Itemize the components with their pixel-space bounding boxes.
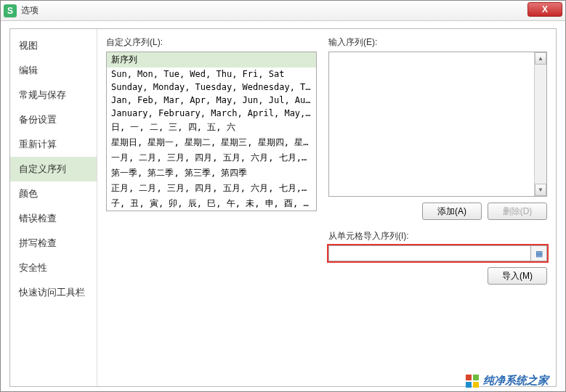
sidebar-item-edit[interactable]: 编辑 <box>10 58 97 83</box>
sidebar-item-backup[interactable]: 备份设置 <box>10 107 97 132</box>
sidebar-item-spell-check[interactable]: 拼写检查 <box>10 231 97 256</box>
app-icon: S <box>4 4 17 17</box>
watermark-logo-icon <box>466 375 479 388</box>
list-item[interactable]: Sun, Mon, Tue, Wed, Thu, Fri, Sat <box>107 68 316 81</box>
sidebar-item-recalc[interactable]: 重新计算 <box>10 132 97 157</box>
entry-column: 输入序列(E): ▲ ▼ 添加(A) 删除(D) 从单元格导入序列(I): <box>328 36 547 379</box>
list-item[interactable]: 第一季, 第二季, 第三季, 第四季 <box>107 166 316 181</box>
settings-main: 自定义序列(L): 新序列 Sun, Mon, Tue, Wed, Thu, F… <box>97 29 556 386</box>
sidebar-item-view[interactable]: 视图 <box>10 33 97 58</box>
delete-button[interactable]: 删除(D) <box>488 203 547 220</box>
list-item[interactable]: Jan, Feb, Mar, Apr, May, Jun, Jul, Aug, … <box>107 94 316 107</box>
add-button[interactable]: 添加(A) <box>422 203 482 220</box>
custom-list-box[interactable]: 新序列 Sun, Mon, Tue, Wed, Thu, Fri, Sat Su… <box>106 52 317 211</box>
entry-textarea-wrap: ▲ ▼ <box>328 52 547 197</box>
range-picker-icon[interactable]: ▦ <box>531 245 547 261</box>
scrollbar[interactable]: ▲ ▼ <box>534 52 546 196</box>
import-row: ▦ <box>328 245 547 261</box>
list-item[interactable]: January, February, March, April, May, Ju… <box>107 107 316 120</box>
sidebar-item-general-save[interactable]: 常规与保存 <box>10 83 97 107</box>
main-panel: 视图 编辑 常规与保存 备份设置 重新计算 自定义序列 颜色 错误检查 拼写检查… <box>9 28 557 387</box>
list-item[interactable]: 正月, 二月, 三月, 四月, 五月, 六月, 七月, 八… <box>107 181 316 196</box>
scroll-up-icon[interactable]: ▲ <box>535 52 546 65</box>
scroll-down-icon[interactable]: ▼ <box>535 184 546 196</box>
entry-list-label: 输入序列(E): <box>328 36 547 49</box>
list-item[interactable]: 子, 丑, 寅, 卯, 辰, 巳, 午, 未, 申, 酉, 戌, 亥 <box>107 196 316 211</box>
titlebar: S 选项 X <box>1 1 565 21</box>
sidebar-item-custom-lists[interactable]: 自定义序列 <box>10 157 97 181</box>
content-area: 视图 编辑 常规与保存 备份设置 重新计算 自定义序列 颜色 错误检查 拼写检查… <box>1 21 565 391</box>
list-item[interactable]: 新序列 <box>107 52 316 68</box>
custom-list-label: 自定义序列(L): <box>106 36 317 49</box>
import-button[interactable]: 导入(M) <box>488 267 547 285</box>
import-button-row: 导入(M) <box>328 267 547 285</box>
watermark: 纯净系统之家 <box>466 374 549 388</box>
list-item[interactable]: 星期日, 星期一, 星期二, 星期三, 星期四, 星期… <box>107 135 316 150</box>
list-item[interactable]: Sunday, Monday, Tuesday, Wednesday, Thur… <box>107 81 316 94</box>
options-dialog: S 选项 X 视图 编辑 常规与保存 备份设置 重新计算 自定义序列 颜色 错误… <box>0 0 566 392</box>
custom-list-column: 自定义序列(L): 新序列 Sun, Mon, Tue, Wed, Thu, F… <box>106 36 317 379</box>
window-title: 选项 <box>21 4 39 17</box>
list-item[interactable]: 日, 一, 二, 三, 四, 五, 六 <box>107 120 316 135</box>
watermark-text: 纯净系统之家 <box>483 374 549 388</box>
sidebar-item-quick-access[interactable]: 快速访问工具栏 <box>10 280 97 305</box>
entry-textarea[interactable] <box>329 52 533 196</box>
list-item[interactable]: 一月, 二月, 三月, 四月, 五月, 六月, 七月, 八… <box>107 150 316 166</box>
sidebar-item-security[interactable]: 安全性 <box>10 256 97 280</box>
sidebar-item-color[interactable]: 颜色 <box>10 181 97 206</box>
add-delete-row: 添加(A) 删除(D) <box>328 203 547 220</box>
import-range-input[interactable] <box>328 245 531 261</box>
category-sidebar: 视图 编辑 常规与保存 备份设置 重新计算 自定义序列 颜色 错误检查 拼写检查… <box>10 29 97 386</box>
sidebar-item-error-check[interactable]: 错误检查 <box>10 206 97 231</box>
close-button[interactable]: X <box>527 2 562 17</box>
import-label: 从单元格导入序列(I): <box>328 230 547 242</box>
import-section: 从单元格导入序列(I): ▦ 导入(M) <box>328 230 547 285</box>
